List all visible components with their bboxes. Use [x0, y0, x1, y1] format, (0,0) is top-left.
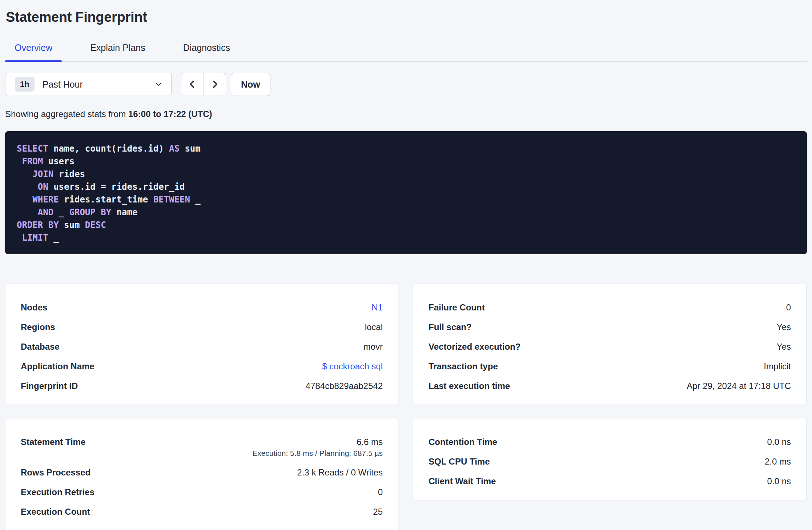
row-value-wrap: 0.0 ns: [767, 436, 791, 448]
row-value: 0: [378, 486, 383, 498]
sql-line: ORDER BY sum DESC: [17, 219, 796, 232]
row-label: Statement Time: [21, 436, 85, 448]
row-value: 0: [786, 302, 791, 313]
now-button[interactable]: Now: [231, 73, 270, 96]
page-title: Statement Fingerprint: [6, 9, 806, 25]
chevron-right-icon: [209, 79, 220, 90]
row-label: Nodes: [21, 302, 47, 313]
row-value: Yes: [777, 321, 791, 333]
row-value: 2.3 k Reads / 0 Writes: [297, 467, 383, 478]
row-value-wrap: 25: [373, 506, 383, 518]
row-label: SQL CPU Time: [429, 456, 490, 467]
sql-statement: SELECT name, count(rides.id) AS sum FROM…: [5, 131, 807, 254]
time-picker-row: 1h Past Hour Now: [5, 73, 807, 96]
sql-text: [17, 207, 38, 217]
row-value: Yes: [777, 341, 791, 353]
row-label: Fingerprint ID: [21, 380, 78, 392]
row-label: Execution Count: [21, 506, 90, 518]
statement-fingerprint-page: Statement Fingerprint Overview Explain P…: [0, 9, 812, 530]
row-value-wrap: local: [365, 321, 383, 333]
time-range-badge: 1h: [15, 77, 35, 92]
sql-text: [17, 233, 22, 243]
row-value-wrap: 4784cb829aab2542: [306, 380, 383, 392]
sql-text: name: [111, 207, 137, 217]
sql-keyword: JOIN: [32, 169, 53, 179]
sql-keyword: ORDER BY: [17, 220, 59, 230]
value-link[interactable]: $ cockroach sql: [322, 361, 383, 372]
row-value: 0.0 ns: [767, 475, 791, 487]
chevron-left-icon: [187, 79, 198, 90]
row-value: movr: [363, 341, 383, 353]
row-label: Application Name: [21, 361, 95, 372]
sql-text: _: [48, 233, 59, 243]
summary-cards-grid: NodesN1RegionslocalDatabasemovrApplicati…: [5, 284, 807, 530]
sql-keyword: AS: [169, 144, 180, 154]
row-value-wrap: 0: [378, 486, 383, 498]
row-value-wrap: movr: [363, 341, 383, 353]
row-value: 2.0 ms: [765, 456, 791, 467]
row-value-wrap: Apr 29, 2024 at 17:18 UTC: [687, 380, 791, 392]
time-range-dropdown[interactable]: 1h Past Hour: [5, 73, 172, 96]
row-value-wrap: 2.0 ms: [765, 456, 791, 467]
row-label: Database: [21, 341, 60, 353]
row-value: 25: [373, 506, 383, 518]
table-row: Last execution timeApr 29, 2024 at 17:18…: [429, 376, 791, 396]
row-value-wrap: Yes: [777, 341, 791, 353]
sql-text: [17, 182, 38, 192]
row-label: Execution Retries: [21, 486, 95, 498]
row-label: Contention Time: [429, 436, 497, 448]
row-label: Client Wait Time: [429, 475, 496, 487]
sql-text: [17, 194, 32, 205]
tab-explain-plans[interactable]: Explain Plans: [81, 37, 154, 61]
row-value-wrap: 2.3 k Reads / 0 Writes: [297, 467, 383, 478]
table-row: Regionslocal: [21, 317, 383, 337]
sql-text: rides.start_time: [59, 194, 153, 205]
statement-timing-card: Statement Time6.6 msExecution: 5.8 ms / …: [5, 418, 398, 530]
sql-text: users.id = rides.rider_id: [48, 182, 185, 192]
row-value-wrap: N1: [371, 302, 383, 313]
sql-text: name, count(rides.id): [48, 144, 169, 154]
stats-caption: Showing aggregated stats from 16:00 to 1…: [5, 109, 807, 119]
table-row: Fingerprint ID4784cb829aab2542: [21, 376, 383, 396]
sql-line: AND _ GROUP BY name: [17, 206, 796, 219]
row-value: Implicit: [764, 361, 791, 372]
row-value: Apr 29, 2024 at 17:18 UTC: [687, 380, 791, 392]
row-label: Failure Count: [429, 302, 485, 313]
row-label: Rows Processed: [21, 467, 91, 478]
sql-text: users: [43, 156, 75, 166]
sql-line: WHERE rides.start_time BETWEEN _: [17, 193, 796, 206]
row-label: Full scan?: [429, 321, 472, 333]
row-value-wrap: 0.0 ns: [767, 475, 791, 487]
time-step-button-group: [181, 73, 226, 96]
sql-keyword: AND: [38, 207, 53, 217]
table-row: Vectorized execution?Yes: [429, 337, 791, 357]
sql-keyword: SELECT: [17, 144, 48, 154]
next-time-button[interactable]: [204, 73, 226, 96]
row-label: Transaction type: [429, 361, 498, 372]
sql-keyword: WHERE: [32, 194, 59, 205]
stats-caption-range: 16:00 to 17:22 (UTC): [128, 109, 212, 119]
tab-diagnostics[interactable]: Diagnostics: [174, 37, 240, 61]
row-value-wrap: $ cockroach sql: [322, 361, 383, 372]
tab-overview[interactable]: Overview: [5, 37, 62, 61]
sql-keyword: DESC: [85, 220, 106, 230]
row-value-wrap: Implicit: [764, 361, 791, 372]
value-link[interactable]: N1: [371, 302, 383, 313]
sql-text: rides: [53, 169, 85, 179]
table-row: Client Wait Time0.0 ns: [429, 471, 791, 491]
table-row: Statement Time6.6 msExecution: 5.8 ms / …: [21, 432, 383, 463]
stats-caption-prefix: Showing aggregated stats from: [5, 109, 128, 119]
sql-line: LIMIT _: [17, 232, 796, 244]
table-row: Failure Count0: [429, 298, 791, 317]
chevron-down-icon: [154, 80, 162, 88]
table-row: Full scan?Yes: [429, 317, 791, 337]
sql-line: SELECT name, count(rides.id) AS sum: [17, 142, 796, 155]
row-value: local: [365, 321, 383, 333]
row-value: 0.0 ns: [767, 436, 791, 448]
previous-time-button[interactable]: [181, 73, 204, 96]
sql-text: [17, 156, 22, 166]
sql-text: [17, 169, 32, 179]
sql-line: FROM users: [17, 155, 796, 168]
statement-details-card: NodesN1RegionslocalDatabasemovrApplicati…: [5, 284, 398, 405]
table-row: Execution Count25: [21, 502, 383, 522]
